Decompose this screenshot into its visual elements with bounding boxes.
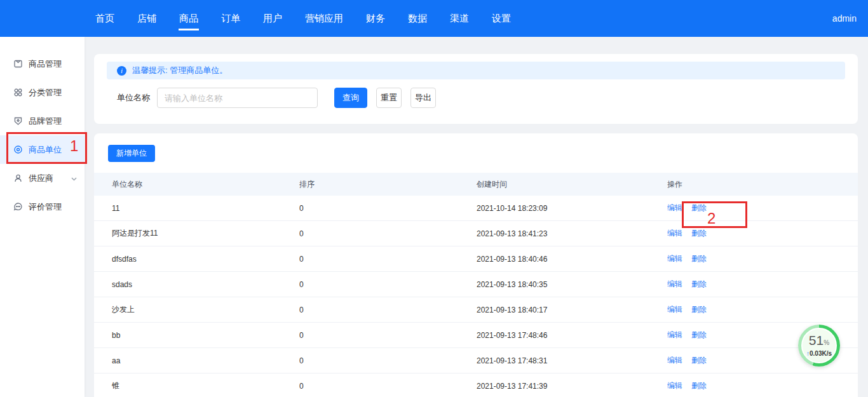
sidebar-item-label: 供应商 xyxy=(29,173,53,184)
nav-item-finance[interactable]: 财务 xyxy=(366,0,385,37)
nav-item-marketing[interactable]: 营销应用 xyxy=(305,0,343,37)
delete-link[interactable]: 删除 xyxy=(691,279,707,288)
delete-link[interactable]: 删除 xyxy=(691,305,707,314)
delete-link[interactable]: 删除 xyxy=(691,229,707,238)
cpu-percent-value: 51% xyxy=(809,334,829,349)
add-unit-button[interactable]: 新增单位 xyxy=(108,145,155,162)
cell-created: 2021-09-13 18:41:23 xyxy=(477,229,667,238)
search-panel: i 温馨提示: 管理商品单位。 单位名称 查询 重置 导出 xyxy=(94,54,858,124)
table-row: sdads 0 2021-09-13 18:40:35 编辑删除 xyxy=(94,272,858,297)
cell-sort: 0 xyxy=(299,204,477,213)
delete-link[interactable]: 删除 xyxy=(691,381,707,390)
query-button[interactable]: 查询 xyxy=(334,88,367,108)
chevron-down-icon xyxy=(71,173,77,183)
edit-link[interactable]: 编辑 xyxy=(667,254,682,263)
annotation-number-2: 2 xyxy=(707,210,715,227)
edit-link[interactable]: 编辑 xyxy=(667,279,682,288)
network-monitor-widget[interactable]: 51% ↑0.03K/s xyxy=(798,325,840,367)
cell-created: 2021-09-13 18:40:46 xyxy=(477,255,667,264)
sidebar-item-supplier[interactable]: 供应商 xyxy=(0,164,85,192)
cell-created: 2021-10-14 18:23:09 xyxy=(477,204,667,213)
cell-created: 2021-09-13 18:40:17 xyxy=(477,306,667,314)
delete-link[interactable]: 删除 xyxy=(691,330,707,339)
cell-unit-name: bb xyxy=(112,331,299,340)
edit-link[interactable]: 编辑 xyxy=(667,381,682,390)
sidebar-item-category-management[interactable]: 分类管理 xyxy=(0,78,85,107)
supplier-person-icon xyxy=(13,173,23,183)
col-header-unit-name: 单位名称 xyxy=(112,179,299,190)
current-user-menu[interactable]: admin xyxy=(832,13,857,24)
network-monitor-inner: 51% ↑0.03K/s xyxy=(801,328,837,363)
review-comment-icon xyxy=(13,202,23,212)
edit-link[interactable]: 编辑 xyxy=(667,305,682,314)
table-row: aa 0 2021-09-13 17:48:31 编辑删除 xyxy=(94,348,858,373)
nav-item-users[interactable]: 用户 xyxy=(263,0,282,37)
cell-created: 2021-09-13 17:48:46 xyxy=(477,331,667,340)
sidebar-item-brand-management[interactable]: 品牌管理 xyxy=(0,107,85,135)
nav-item-data[interactable]: 数据 xyxy=(408,0,427,37)
edit-link[interactable]: 编辑 xyxy=(667,356,682,365)
percent-sign: % xyxy=(824,339,829,346)
table-row: dfsdfas 0 2021-09-13 18:40:46 编辑删除 xyxy=(94,246,858,272)
edit-link[interactable]: 编辑 xyxy=(667,203,682,212)
unit-table-panel: 新增单位 单位名称 排序 创建时间 操作 11 0 2021-10-14 18:… xyxy=(94,133,858,397)
category-icon xyxy=(13,88,23,97)
cell-sort: 0 xyxy=(299,280,477,289)
main-nav: 首页 店铺 商品 订单 用户 营销应用 财务 数据 渠道 设置 xyxy=(95,0,511,37)
cell-unit-name: 阿达是打发11 xyxy=(112,228,299,239)
col-header-actions: 操作 xyxy=(667,179,840,190)
cell-sort: 0 xyxy=(299,306,477,314)
col-header-sort: 排序 xyxy=(299,179,477,190)
delete-link[interactable]: 删除 xyxy=(691,356,707,365)
nav-item-goods[interactable]: 商品 xyxy=(179,0,198,37)
cell-unit-name: 11 xyxy=(112,204,299,213)
unit-name-label: 单位名称 xyxy=(117,92,150,104)
cell-unit-name: aa xyxy=(112,356,299,365)
reset-button[interactable]: 重置 xyxy=(376,88,402,108)
cell-unit-name: sdads xyxy=(112,280,299,289)
sidebar: 商品管理 分类管理 品牌管理 商品单位 供应商 评价管理 xyxy=(0,37,85,397)
annotation-number-1: 1 xyxy=(70,137,78,155)
network-speed-value: ↑0.03K/s xyxy=(806,350,832,357)
cell-sort: 0 xyxy=(299,229,477,238)
table-row: bb 0 2021-09-13 17:48:46 编辑删除 xyxy=(94,323,858,348)
goods-box-icon xyxy=(13,59,23,69)
top-header-bar: 首页 店铺 商品 订单 用户 营销应用 财务 数据 渠道 设置 admin xyxy=(0,0,868,37)
hint-text: 温馨提示: 管理商品单位。 xyxy=(132,65,227,76)
cell-sort: 0 xyxy=(299,331,477,340)
sidebar-item-label: 商品管理 xyxy=(29,58,62,70)
hint-bar: i 温馨提示: 管理商品单位。 xyxy=(107,62,845,79)
nav-item-channel[interactable]: 渠道 xyxy=(450,0,469,37)
export-button[interactable]: 导出 xyxy=(410,88,436,108)
nav-item-shop[interactable]: 店铺 xyxy=(137,0,156,37)
cell-created: 2021-09-13 17:41:39 xyxy=(477,382,667,391)
sidebar-item-label: 评价管理 xyxy=(29,201,62,213)
table-row: 沙发上 0 2021-09-13 18:40:17 编辑删除 xyxy=(94,297,858,323)
sidebar-item-label: 品牌管理 xyxy=(29,116,62,127)
col-header-created: 创建时间 xyxy=(477,179,667,190)
cell-sort: 0 xyxy=(299,356,477,365)
table-row: 锥 0 2021-09-13 17:41:39 编辑删除 xyxy=(94,373,858,397)
brand-tag-icon xyxy=(13,116,23,126)
unit-name-input[interactable] xyxy=(157,88,318,108)
delete-link[interactable]: 删除 xyxy=(691,254,707,263)
search-row: 单位名称 查询 重置 导出 xyxy=(117,88,436,108)
cell-sort: 0 xyxy=(299,255,477,264)
cell-created: 2021-09-13 18:40:35 xyxy=(477,280,667,289)
cell-unit-name: 沙发上 xyxy=(112,304,299,315)
info-icon: i xyxy=(117,66,126,76)
nav-item-orders[interactable]: 订单 xyxy=(221,0,240,37)
cell-sort: 0 xyxy=(299,382,477,391)
edit-link[interactable]: 编辑 xyxy=(667,229,682,238)
cell-created: 2021-09-13 17:48:31 xyxy=(477,356,667,365)
nav-item-home[interactable]: 首页 xyxy=(95,0,114,37)
cell-unit-name: 锥 xyxy=(112,380,299,391)
cell-unit-name: dfsdfas xyxy=(112,255,299,264)
edit-link[interactable]: 编辑 xyxy=(667,330,682,339)
sidebar-item-label: 分类管理 xyxy=(29,87,62,98)
sidebar-item-review-management[interactable]: 评价管理 xyxy=(0,192,85,221)
table-header-row: 单位名称 排序 创建时间 操作 xyxy=(94,173,858,196)
nav-item-settings[interactable]: 设置 xyxy=(492,0,511,37)
sidebar-item-goods-management[interactable]: 商品管理 xyxy=(0,50,85,78)
